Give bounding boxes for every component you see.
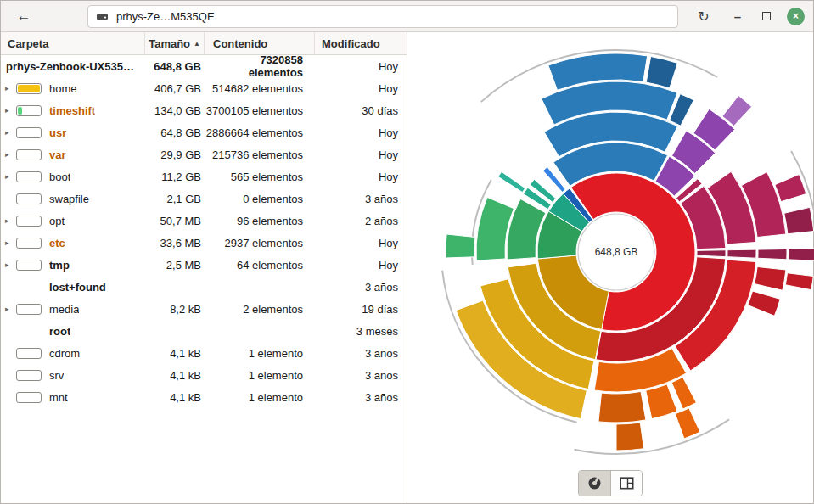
size-cell: 29,9 GB (145, 148, 205, 161)
chart-edge-arc (575, 419, 730, 454)
folder-usage-icon (16, 260, 42, 271)
folder-name-cell: root (1, 325, 145, 338)
chart-segment[interactable] (646, 384, 677, 419)
modified-cell: Hoy (315, 237, 407, 249)
folder-name-cell: srv (1, 369, 145, 382)
chart-segment[interactable] (598, 391, 646, 423)
size-cell: 4,1 kB (145, 369, 205, 382)
folder-usage-icon (16, 149, 42, 160)
expander-icon[interactable]: ▸ (1, 172, 16, 181)
table-row[interactable]: prhys-Zenbook-UX535…648,8 GB7320858 elem… (1, 55, 407, 77)
size-cell: 2,5 MB (145, 259, 205, 272)
folder-name: media (49, 303, 79, 316)
table-row[interactable]: ▸timeshift134,0 GB3700105 elementos30 dí… (1, 99, 407, 121)
main-content: Carpeta Tamaño▲ Contenido Modificado prh… (1, 32, 813, 503)
expander-icon[interactable]: ▸ (1, 238, 16, 247)
table-row[interactable]: ▸home406,7 GB514682 elementosHoy (1, 77, 407, 99)
chart-segment[interactable] (646, 57, 677, 88)
minimize-button[interactable]: – (729, 6, 746, 26)
table-row[interactable]: swapfile2,1 GB0 elementos3 años (1, 188, 407, 210)
location-button[interactable]: prhys-Ze…M535QE (87, 5, 678, 28)
chart-segment[interactable] (784, 207, 814, 233)
table-row[interactable]: ▸media8,2 kB2 elementos19 días (1, 298, 407, 320)
chart-segment[interactable] (785, 273, 813, 290)
rings-view-button[interactable] (579, 471, 610, 496)
contents-cell: 96 elementos (205, 215, 315, 227)
folder-name: swapfile (49, 193, 89, 205)
table-row[interactable]: ▸etc33,6 MB2937 elementosHoy (1, 232, 407, 254)
contents-cell: 1 elemento (205, 369, 315, 382)
size-cell: 406,7 GB (145, 82, 205, 95)
contents-cell: 1 elemento (205, 391, 315, 404)
back-button[interactable]: ← (9, 4, 38, 28)
table-row[interactable]: ▸tmp2,5 MB64 elementosHoy (1, 254, 407, 276)
chart-segment[interactable] (755, 266, 786, 290)
column-label: Contenido (213, 37, 267, 50)
expander-icon[interactable]: ▸ (1, 84, 16, 92)
location-title: prhys-Ze…M535QE (116, 10, 215, 23)
window-controls: – × (729, 6, 805, 26)
expander-icon[interactable]: ▸ (1, 150, 16, 159)
expander-icon[interactable]: ▸ (1, 260, 16, 269)
chart-segment[interactable] (446, 234, 475, 258)
app-window: ← prhys-Ze…M535QE ↻ – × Carpeta Tamaño▲ … (0, 0, 814, 504)
folder-name-cell: ▸boot (1, 171, 145, 183)
chart-segment[interactable] (775, 175, 806, 202)
refresh-icon: ↻ (698, 8, 709, 25)
folder-name-cell: ▸media (1, 303, 145, 316)
chart-segment[interactable] (789, 249, 814, 260)
expander-icon[interactable]: ▸ (1, 128, 16, 137)
table-row[interactable]: cdrom4,1 kB1 elemento3 años (1, 342, 407, 364)
refresh-button[interactable]: ↻ (690, 4, 717, 28)
column-header-carpeta[interactable]: Carpeta (1, 32, 145, 54)
table-row[interactable]: ▸var29,9 GB215736 elementosHoy (1, 143, 407, 165)
folder-name: root (49, 325, 70, 338)
chart-total-label: 648,8 GB (595, 246, 638, 258)
chart-segment[interactable] (675, 408, 699, 439)
usage-fill-bar (18, 85, 40, 92)
column-header-modificado[interactable]: Modificado (315, 32, 407, 54)
table-row[interactable]: ▸boot11,2 GB565 elementosHoy (1, 165, 407, 188)
table-row[interactable]: ▸opt50,7 MB96 elementos2 años (1, 210, 407, 232)
chart-segment[interactable] (498, 171, 525, 192)
chart-segment[interactable] (727, 249, 756, 258)
expander-icon[interactable]: ▸ (1, 106, 16, 115)
treemap-view-button[interactable] (610, 471, 642, 496)
maximize-button[interactable] (758, 6, 775, 26)
rings-chart[interactable]: 648,8 GB (407, 32, 814, 504)
table-row[interactable]: lost+found3 años (1, 276, 407, 298)
chart-segment[interactable] (758, 249, 787, 259)
folder-name-cell: ▸opt (1, 215, 145, 227)
folder-name-cell: ▸usr (1, 126, 145, 139)
folder-name: mnt (49, 391, 68, 404)
chart-segment[interactable] (722, 96, 752, 126)
expander-icon[interactable]: ▸ (1, 216, 16, 225)
folder-name: prhys-Zenbook-UX535… (1, 60, 134, 73)
column-header-contenido[interactable]: Contenido (205, 32, 315, 54)
modified-cell: Hoy (315, 60, 407, 73)
folder-name-cell: ▸var (1, 148, 145, 161)
table-row[interactable]: ▸usr64,8 GB2886664 elementosHoy (1, 121, 407, 143)
folder-usage-icon (16, 83, 42, 94)
table-row[interactable]: srv4,1 kB1 elemento3 años (1, 364, 407, 386)
table-row[interactable]: root3 meses (1, 320, 407, 342)
folder-name: usr (49, 126, 66, 139)
contents-cell: 565 elementos (205, 171, 315, 183)
folder-usage-icon (16, 105, 42, 116)
modified-cell: 3 años (315, 347, 407, 360)
modified-cell: 30 días (315, 104, 407, 117)
column-header-tamano[interactable]: Tamaño▲ (145, 32, 205, 54)
folder-name: srv (49, 369, 64, 382)
table-row[interactable]: mnt4,1 kB1 elemento3 años (1, 386, 407, 408)
close-button[interactable]: × (787, 8, 805, 25)
rings-view-icon (587, 476, 602, 490)
folder-name-cell: ▸home (1, 82, 145, 95)
folder-name: lost+found (49, 281, 106, 294)
contents-cell: 3700105 elementos (205, 104, 315, 117)
chart-segment[interactable] (616, 423, 644, 451)
chart-segment[interactable] (697, 250, 726, 257)
expander-icon[interactable]: ▸ (1, 305, 16, 313)
chart-segment[interactable] (671, 377, 696, 409)
chart-segment[interactable] (748, 291, 780, 316)
chart-panel: 648,8 GB (407, 32, 813, 503)
